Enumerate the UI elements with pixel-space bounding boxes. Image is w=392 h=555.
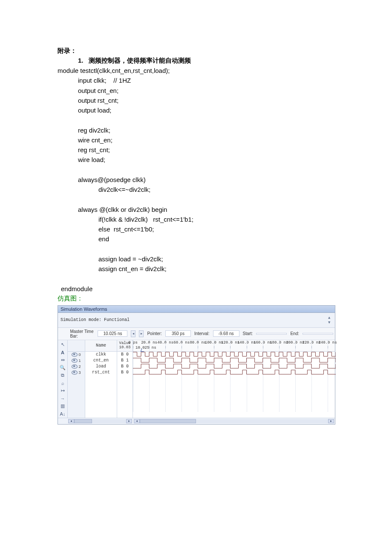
eye-icon	[72, 364, 78, 369]
modebar-scroll-arrows[interactable]: ▲▼	[328, 315, 332, 325]
code-line: input clkk; // 1HZ	[58, 75, 334, 85]
eye-icon	[72, 353, 78, 357]
sort-tool-icon[interactable]: A↓	[58, 410, 67, 418]
signal-value-column: Value 10.03 B 0B 1B 0B 0	[117, 340, 133, 418]
waveform-row	[133, 351, 335, 357]
pointer-label: Pointer:	[147, 331, 161, 336]
simulation-graph-label: 仿真图：	[58, 295, 334, 303]
bus-tool-icon[interactable]: ▥	[58, 402, 67, 410]
timebar-next-button[interactable]: ▸	[139, 330, 144, 337]
verilog-code-block: module testctl(clkk,cnt_en,rst_cnt,load)…	[58, 66, 334, 294]
waveform-window: Simulation Waveforms Simulation mode: Fu…	[58, 305, 335, 425]
find-tool-icon[interactable]: ⌕	[58, 379, 67, 387]
code-line: output rst_cnt;	[58, 95, 334, 105]
code-line: module testctl(clkk,cnt_en,rst_cnt,load)…	[58, 66, 334, 75]
waveform-row	[133, 357, 335, 363]
signal-index[interactable]: 2	[68, 364, 85, 370]
scroll-left-icon[interactable]: ◂	[68, 419, 74, 423]
code-line	[58, 244, 334, 254]
code-line: end	[58, 234, 334, 244]
pointer-tool-icon[interactable]: ↖	[58, 341, 67, 349]
interval-value: -9.68 ns	[213, 330, 239, 337]
signal-index[interactable]: 3	[68, 370, 85, 376]
code-line: if(!clkk & !div2clk) rst_cnt<=1'b1;	[58, 214, 334, 224]
code-line: always@(posedge clkk)	[58, 175, 334, 185]
code-line: assign load = ~div2clk;	[58, 254, 334, 264]
code-line: wire load;	[58, 155, 334, 165]
waveform-modebar: Simulation mode: Functional ▲▼	[58, 313, 335, 328]
code-line: output cnt_en;	[58, 86, 334, 95]
signal-value: B 0	[117, 370, 133, 376]
signal-name[interactable]: cnt_en	[85, 358, 117, 364]
code-line	[58, 194, 334, 204]
waveform-tool-column: ↖ A ⇔ 🔍 ⧉ ⌕ ↦ → ▥ A↓	[58, 340, 68, 418]
scroll-right-icon[interactable]: ▸	[328, 419, 334, 423]
section-1-heading: 1.测频控制器，使得频率计能自动测频	[78, 57, 334, 65]
code-line	[58, 165, 334, 175]
waveform-plot-area[interactable]: 10.025 ns 0 ps20.0 ns40.0 ns60.0 ns80.0 …	[133, 340, 335, 412]
section-1-title: 测频控制器，使得频率计能自动测频	[89, 57, 191, 64]
master-time-bar-value[interactable]: 10.025 ns	[98, 330, 127, 337]
code-line: always @(clkk or div2clk) begin	[58, 205, 334, 214]
time-ruler[interactable]: 10.025 ns 0 ps20.0 ns40.0 ns60.0 ns80.0 …	[133, 340, 335, 352]
signal-name[interactable]: load	[85, 364, 117, 370]
cursor-time-label: 10.025 ns	[135, 346, 156, 350]
code-line: div2clk<=~div2clk;	[58, 185, 334, 194]
goto-start-icon[interactable]: ↦	[58, 387, 67, 395]
code-line: assign cnt_en = div2clk;	[58, 264, 334, 274]
zoom-tool-icon[interactable]: 🔍	[58, 364, 67, 372]
waveform-row	[133, 369, 335, 375]
left-hscrollbar[interactable]: ◂ ▸	[68, 419, 132, 423]
eye-icon	[72, 370, 78, 375]
eye-icon	[72, 358, 78, 363]
simulation-mode-text: Simulation mode: Functional	[61, 318, 130, 322]
goto-end-icon[interactable]: →	[58, 395, 67, 402]
master-time-bar-label: Master Time Bar:	[70, 329, 94, 338]
timebar-prev-button[interactable]: ◂	[131, 330, 135, 337]
code-line: reg div2clk;	[58, 125, 334, 135]
signal-value: B 0	[117, 364, 133, 370]
code-line	[58, 274, 334, 283]
signal-index[interactable]: 1	[68, 358, 85, 364]
end-value[interactable]	[303, 333, 333, 335]
scroll-left-icon[interactable]: ◂	[134, 419, 140, 423]
end-label: End:	[290, 331, 299, 336]
right-hscrollbar[interactable]: ◂ ▸	[134, 419, 334, 423]
waveform-row	[133, 363, 335, 369]
code-line: else rst_cnt<=1'b0;	[58, 224, 334, 234]
signal-value: B 0	[117, 352, 133, 358]
signal-name[interactable]: clkk	[85, 352, 117, 358]
copy-tool-icon[interactable]: ⧉	[58, 372, 67, 379]
signal-index-column: 0123	[68, 340, 85, 418]
signal-value: B 1	[117, 358, 133, 364]
waveform-titlebar: Simulation Waveforms	[58, 306, 335, 313]
section-1-number: 1.	[78, 57, 84, 64]
code-line: endmodule	[58, 284, 334, 294]
stretch-tool-icon[interactable]: ⇔	[58, 356, 67, 364]
code-line: wire cnt_en;	[58, 135, 334, 145]
name-column-header: Name	[85, 340, 117, 352]
scroll-right-icon[interactable]: ▸	[126, 419, 132, 423]
pointer-value: 350 ps	[165, 330, 191, 337]
appendix-heading: 附录：	[58, 47, 334, 55]
signal-name[interactable]: rst_cnt	[85, 370, 117, 376]
code-line: output load;	[58, 105, 334, 115]
text-tool-icon[interactable]: A	[58, 349, 67, 356]
code-line	[58, 115, 334, 125]
signal-name-column: Name clkkcnt_enloadrst_cnt	[85, 340, 117, 418]
waveform-footer-scrollbars: ◂ ▸ ◂ ▸	[58, 418, 335, 424]
code-line: reg rst_cnt;	[58, 145, 334, 155]
interval-label: Interval:	[194, 331, 210, 336]
start-value[interactable]	[256, 333, 287, 335]
waveform-timebar: Master Time Bar: 10.025 ns ◂ ▸ Pointer: …	[58, 328, 335, 340]
start-label: Start:	[243, 331, 253, 336]
signal-index[interactable]: 0	[68, 352, 85, 358]
